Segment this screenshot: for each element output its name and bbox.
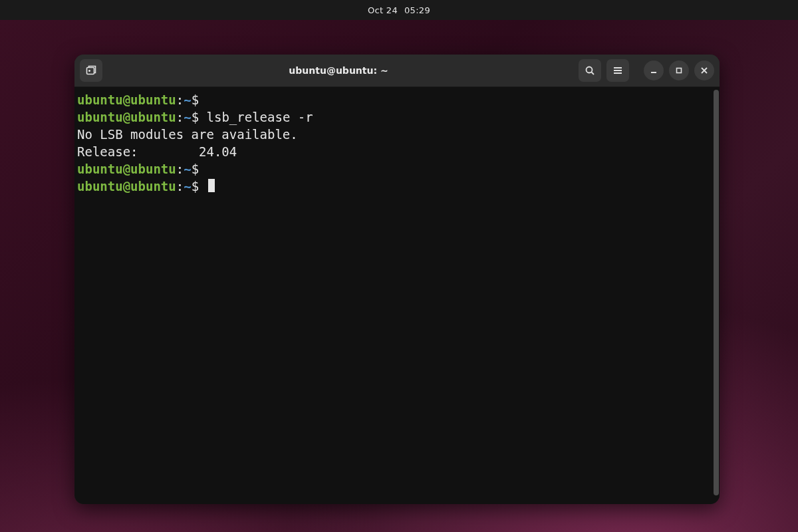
close-icon: [700, 66, 708, 74]
terminal-content[interactable]: ubuntu@ubuntu:~$ ubuntu@ubuntu:~$ lsb_re…: [74, 87, 713, 504]
titlebar[interactable]: ubuntu@ubuntu: ~: [74, 55, 720, 87]
new-tab-icon: [85, 65, 97, 76]
svg-rect-2: [677, 68, 682, 73]
svg-point-1: [587, 67, 593, 73]
terminal-cursor: [208, 179, 215, 192]
scrollbar[interactable]: [713, 87, 720, 504]
search-button[interactable]: [579, 59, 601, 82]
minimize-button[interactable]: [644, 61, 664, 80]
clock-date: Oct 24: [368, 5, 398, 15]
clock-time: 05:29: [404, 5, 430, 15]
clock[interactable]: Oct 2405:29: [368, 5, 430, 15]
menu-button[interactable]: [606, 59, 629, 82]
new-tab-button[interactable]: [80, 59, 102, 82]
terminal-window: ubuntu@ubuntu: ~: [74, 55, 720, 504]
top-menubar: Oct 2405:29: [0, 0, 798, 20]
search-icon: [585, 65, 595, 76]
scrollbar-thumb[interactable]: [714, 90, 719, 495]
maximize-button[interactable]: [669, 61, 689, 80]
minimize-icon: [650, 66, 658, 74]
maximize-icon: [675, 66, 683, 74]
hamburger-icon: [612, 65, 623, 76]
close-button[interactable]: [694, 61, 714, 80]
window-title: ubuntu@ubuntu: ~: [106, 65, 571, 76]
